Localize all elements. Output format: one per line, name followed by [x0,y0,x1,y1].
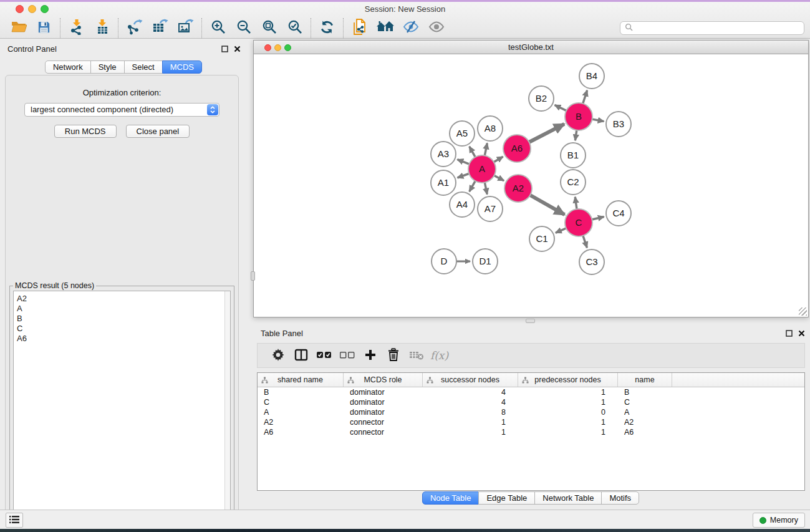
mcds-result-item[interactable]: A2 [14,294,230,304]
function-builder-button[interactable]: f(x) [428,345,451,366]
select-all-checkboxes-button[interactable] [312,345,335,366]
mcds-result-item[interactable]: A6 [14,334,230,344]
import-table-button[interactable] [89,18,115,38]
show-columns-button[interactable] [289,345,312,366]
mcds-result-item[interactable]: C [14,324,230,334]
column-header-name[interactable]: name [618,373,672,387]
graph-node-B[interactable]: B [565,103,592,130]
column-header-predecessor-nodes[interactable]: predecessor nodes [518,373,618,387]
table-row[interactable]: Cdominator41C [258,397,804,407]
maximize-window-button[interactable] [41,5,49,13]
memory-label: Memory [770,516,798,525]
graph-node-A5[interactable]: A5 [450,121,475,146]
tab-mcds[interactable]: MCDS [162,60,202,74]
show-panels-button[interactable] [423,18,449,38]
graph-node-B4[interactable]: B4 [579,64,604,89]
graph-node-D[interactable]: D [432,249,456,274]
float-panel-icon[interactable] [786,330,793,337]
table-row[interactable]: A6connector11A6 [258,427,804,437]
column-header-mcds-role[interactable]: MCDS role [344,373,423,387]
graph-node-A7[interactable]: A7 [478,196,503,221]
tab-style[interactable]: Style [90,60,125,74]
minimize-window-button[interactable] [28,5,36,13]
hide-panels-icon [402,19,420,36]
refresh-button[interactable] [314,18,340,38]
import-network-button[interactable] [64,18,89,38]
cell-successor-nodes: 1 [423,418,518,427]
table-row[interactable]: Adominator80A [258,407,804,417]
duplicate-network-button[interactable] [347,18,372,38]
graph-node-A1[interactable]: A1 [431,170,456,195]
tab-edge-table[interactable]: Edge Table [478,491,535,505]
column-header-successor-nodes[interactable]: successor nodes [423,373,518,387]
column-header-shared-name[interactable]: shared name [258,373,344,387]
deselect-all-checkboxes-button[interactable] [335,345,359,366]
memory-button[interactable]: Memory [753,513,805,528]
graph-node-A4[interactable]: A4 [450,192,475,217]
graph-node-B2[interactable]: B2 [529,86,554,111]
criterion-select[interactable]: largest connected component (directed) [24,103,219,117]
task-history-button[interactable] [6,513,23,528]
export-table-button[interactable] [147,18,173,38]
column-label: MCDS role [364,375,402,384]
graph-node-A[interactable]: A [468,155,496,183]
tab-network[interactable]: Network [45,60,91,74]
graph-node-C2[interactable]: C2 [561,170,586,195]
graph-node-A3[interactable]: A3 [431,142,456,167]
export-network-button[interactable] [122,18,147,38]
mcds-result-list[interactable]: A2ABCA6 [13,291,231,532]
graph-node-B1[interactable]: B1 [561,143,586,168]
splitter-handle-horizontal[interactable] [526,319,535,323]
cell-shared-name: A [258,408,344,417]
close-panel-button[interactable]: Close panel [126,125,190,138]
graph-node-C4[interactable]: C4 [606,201,631,226]
window-resize-grip[interactable] [799,307,807,316]
run-mcds-button[interactable]: Run MCDS [54,125,117,138]
float-panel-icon[interactable] [221,46,228,52]
svg-text:B3: B3 [613,118,624,129]
tab-select[interactable]: Select [124,60,163,74]
open-session-icon [11,19,27,36]
network-canvas[interactable]: B4B2BB3A8A5A6A3B1AA1C2A2A4A7C4CC1C3DD1 [253,54,809,317]
zoom-out-button[interactable] [231,18,256,38]
graph-node-C[interactable]: C [565,209,592,236]
network-graph[interactable]: B4B2BB3A8A5A6A3B1AA1C2A2A4A7C4CC1C3DD1 [254,54,808,316]
graph-node-C1[interactable]: C1 [529,226,554,251]
open-session-button[interactable] [6,18,31,38]
settings-gear-button[interactable] [266,345,289,366]
splitter-handle-vertical[interactable] [251,271,255,281]
close-panel-icon[interactable] [798,330,805,337]
hide-panels-button[interactable] [398,18,423,38]
graph-node-C3[interactable]: C3 [579,249,604,274]
mcds-result-item[interactable]: A [14,304,230,314]
graph-node-D1[interactable]: D1 [473,249,498,274]
delete-table-button[interactable] [405,345,428,366]
save-session-button[interactable] [31,18,57,38]
close-panel-icon[interactable] [234,46,241,52]
tab-motifs[interactable]: Motifs [601,491,639,505]
table-row[interactable]: A2connector11A2 [258,417,804,427]
search-input[interactable] [633,24,799,32]
tab-node-table[interactable]: Node Table [422,491,480,505]
zoom-fit-button[interactable] [256,18,282,38]
close-window-button[interactable] [16,5,24,13]
mcds-result-item[interactable]: B [14,314,230,324]
tab-network-table[interactable]: Network Table [534,491,602,505]
network-overview-button[interactable] [372,18,398,38]
network-window-titlebar[interactable]: testGlobe.txt [253,40,809,54]
export-image-button[interactable] [173,18,198,38]
add-row-button[interactable] [359,345,382,366]
zoom-selected-button[interactable] [282,18,307,38]
delete-rows-button[interactable] [382,345,405,366]
table-row[interactable]: Bdominator41B [258,387,804,397]
network-minimize-button[interactable] [274,44,281,51]
graph-node-A2[interactable]: A2 [504,175,532,202]
zoom-in-button[interactable] [205,18,231,38]
network-maximize-button[interactable] [284,44,291,51]
main-area: Control Panel NetworkStyleSelectMCDS Opt… [0,39,810,510]
graph-node-A8[interactable]: A8 [478,116,503,141]
graph-node-A6[interactable]: A6 [503,135,531,162]
mcds-result-scrollbar[interactable] [224,291,230,531]
network-close-button[interactable] [264,44,271,51]
graph-node-B3[interactable]: B3 [606,112,631,137]
